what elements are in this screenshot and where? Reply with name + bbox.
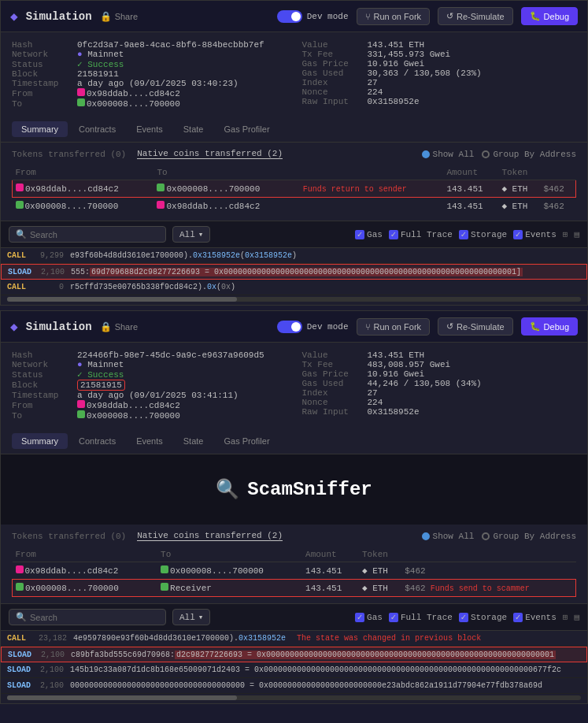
debug-button-2[interactable]: 🐛 Debug — [521, 317, 578, 336]
network-icon-1: ● — [77, 50, 83, 59]
debug-button-1[interactable]: 🐛 Debug — [521, 7, 578, 25]
trace-toolbar-2: 🔍 All ▾ ✓Gas ✓Full Trace ✓Storage ✓Event… — [1, 604, 587, 631]
diamond-icon: ◆ — [10, 9, 18, 24]
bug-icon-2: 🐛 — [530, 321, 541, 332]
group-by-address-radio-2[interactable]: Group By Address — [482, 532, 576, 541]
trace-section-2: 🔍 All ▾ ✓Gas ✓Full Trace ✓Storage ✓Event… — [1, 603, 587, 700]
fork-icon-2: ⑂ — [365, 322, 371, 332]
table-row: 0x000008....700000 Receiver 143.451 ◆ ET… — [13, 580, 576, 597]
expand-icon-1[interactable]: ⊞ — [563, 229, 568, 239]
run-on-fork-button-1[interactable]: ⑂ Run on Fork — [357, 8, 431, 25]
show-all-radio-2[interactable]: Show All — [422, 532, 475, 541]
scam-sniffer-icon: 🔍 — [216, 478, 239, 501]
search-input-1[interactable] — [30, 230, 156, 239]
all-dropdown-1[interactable]: All ▾ — [172, 226, 210, 243]
all-dropdown-2[interactable]: All ▾ — [172, 609, 210, 625]
full-trace-check-1[interactable]: ✓Full Trace — [389, 230, 453, 239]
panel-header-1: ◆ Simulation 🔒 Share Dev mode ⑂ Run on F… — [1, 1, 587, 32]
share-button-2[interactable]: 🔒 Share — [100, 321, 138, 332]
tab-summary-2[interactable]: Summary — [12, 433, 68, 449]
dev-mode-toggle-1[interactable]: Dev mode — [277, 10, 349, 23]
storage-check-1[interactable]: ✓Storage — [459, 230, 507, 239]
bug-icon-1: 🐛 — [530, 11, 541, 21]
trace-checks-1: ✓Gas ✓Full Trace ✓Storage ✓Events ⊞ ▤ — [355, 229, 579, 239]
trace-toolbar-1: 🔍 All ▾ ✓Gas ✓Full Trace ✓Storage ✓Event… — [1, 221, 587, 248]
tokens-header-2: Tokens transferred (0) Native coins tran… — [12, 531, 576, 541]
search-box-2[interactable]: 🔍 — [9, 609, 166, 625]
collapse-icon-2[interactable]: ▤ — [574, 612, 579, 622]
tab-state-1[interactable]: State — [174, 121, 213, 137]
lock-icon-2: 🔒 — [100, 321, 112, 332]
trace-checks-2: ✓Gas ✓Full Trace ✓Storage ✓Events ⊞ ▤ — [355, 612, 579, 622]
fork-icon-1: ⑂ — [365, 12, 371, 21]
tokens-section-1: Tokens transferred (0) Native coins tran… — [1, 143, 587, 221]
tab-events-1[interactable]: Events — [127, 121, 172, 137]
events-check-2[interactable]: ✓Events — [513, 613, 557, 622]
show-all-radio-1[interactable]: Show All — [422, 150, 475, 159]
run-on-fork-button-2[interactable]: ⑂ Run on Fork — [357, 318, 431, 336]
gas-check-2[interactable]: ✓Gas — [355, 613, 383, 622]
lock-icon-1: 🔒 — [100, 11, 112, 22]
trace-lines-2: CALL 23,182 4e9597890e93f60b4d8dd3610e17… — [1, 631, 587, 694]
toggle-switch-1[interactable] — [277, 10, 302, 23]
tab-contracts-2[interactable]: Contracts — [69, 433, 125, 449]
tokens-tab-native-1[interactable]: Native coins transferred (2) — [137, 149, 283, 159]
tokens-table-2: From To Amount Token 0x98ddab....cd84c2 … — [12, 547, 576, 597]
expand-icon-2[interactable]: ⊞ — [563, 612, 568, 622]
tokens-tab-transferred-2[interactable]: Tokens transferred (0) — [12, 532, 126, 541]
trace-lines-1: CALL 9,299 e93f60b4d8dd3610e1700000).0x3… — [1, 248, 587, 295]
group-by-address-radio-1[interactable]: Group By Address — [482, 150, 576, 159]
tabs-bar-2: Summary Contracts Events State Gas Profi… — [1, 428, 587, 454]
dev-mode-toggle-2[interactable]: Dev mode — [277, 321, 349, 333]
block-highlight: 21581915 — [77, 380, 125, 391]
gas-check-1[interactable]: ✓Gas — [355, 230, 383, 239]
scam-sniffer-title: ScamSniffer — [247, 479, 372, 500]
tokens-tab-native-2[interactable]: Native coins transferred (2) — [137, 531, 283, 541]
tab-summary-1[interactable]: Summary — [12, 121, 68, 137]
full-trace-check-2[interactable]: ✓Full Trace — [389, 613, 453, 622]
search-icon-1: 🔍 — [16, 229, 27, 239]
search-box-1[interactable]: 🔍 — [9, 226, 166, 243]
simulation-panel-1: ◆ Simulation 🔒 Share Dev mode ⑂ Run on F… — [0, 0, 588, 306]
diamond-icon-2: ◆ — [10, 319, 18, 335]
chevron-down-icon-1: ▾ — [198, 229, 204, 239]
re-simulate-button-1[interactable]: ↺ Re-Simulate — [438, 7, 513, 25]
share-button-1[interactable]: 🔒 Share — [100, 11, 138, 22]
trace-line: CALL 0 r5cffd735e00765b338f9cd84c2).0x(0… — [1, 280, 587, 295]
scam-sniffer-overlay: 🔍 ScamSniffer — [1, 454, 587, 525]
tabs-bar-1: Summary Contracts Events State Gas Profi… — [1, 117, 587, 143]
table-row: 0x000008....700000 0x98ddab....cd84c2 14… — [13, 198, 576, 215]
collapse-icon-1[interactable]: ▤ — [574, 229, 579, 239]
panel-title-1: Simulation — [26, 10, 92, 23]
trace-section-1: 🔍 All ▾ ✓Gas ✓Full Trace ✓Storage ✓Event… — [1, 221, 587, 302]
tokens-table-1: From To Amount Token 0x98ddab....cd84c2 … — [12, 165, 576, 214]
meta-grid-2: Hash224466fb-98e7-45dc-9a9c-e9637a9609d5… — [1, 343, 587, 428]
tab-gas-profiler-1[interactable]: Gas Profiler — [214, 121, 279, 137]
panel-header-2: ◆ Simulation 🔒 Share Dev mode ⑂ Run on F… — [1, 311, 587, 343]
events-check-1[interactable]: ✓Events — [513, 230, 557, 239]
panel-title-2: Simulation — [26, 321, 92, 333]
trace-line: SLOAD 2,100 145b19c33a087d1dc8b168e65009… — [1, 662, 587, 678]
storage-check-2[interactable]: ✓Storage — [459, 613, 507, 622]
tokens-header-1: Tokens transferred (0) Native coins tran… — [12, 149, 576, 159]
refresh-icon-1: ↺ — [446, 11, 453, 21]
trace-line: SLOAD 2,100 555:69d709688d2c98277226693 … — [1, 264, 587, 280]
chevron-down-icon-2: ▾ — [198, 612, 204, 622]
trace-line: SLOAD 2,100 0000000000000000000000000000… — [1, 678, 587, 694]
search-icon-2: 🔍 — [16, 612, 27, 622]
tab-events-2[interactable]: Events — [127, 433, 172, 449]
trace-line: SLOAD 2,100 c89bfa3bd555c69d70968:d2c982… — [1, 647, 587, 662]
search-input-2[interactable] — [30, 613, 156, 622]
re-simulate-button-2[interactable]: ↺ Re-Simulate — [438, 317, 513, 336]
tab-gas-profiler-2[interactable]: Gas Profiler — [214, 433, 279, 449]
tokens-tab-transferred-1[interactable]: Tokens transferred (0) — [12, 150, 126, 159]
tab-contracts-1[interactable]: Contracts — [69, 121, 125, 137]
meta-grid-1: Hash0fc2d3a7-9ae8-4cac-8bf6-884becbbb7ef… — [1, 32, 587, 117]
tokens-section-2: Tokens transferred (0) Native coins tran… — [1, 525, 587, 603]
table-row: 0x98ddab....cd84c2 0x000008....700000 Fu… — [13, 180, 576, 198]
refresh-icon-2: ↺ — [446, 321, 453, 332]
tab-state-2[interactable]: State — [174, 433, 213, 449]
toggle-switch-2[interactable] — [277, 321, 302, 333]
table-row: 0x98ddab....cd84c2 0x000008....700000 14… — [13, 562, 576, 580]
trace-line: CALL 9,299 e93f60b4d8dd3610e1700000).0x3… — [1, 248, 587, 264]
